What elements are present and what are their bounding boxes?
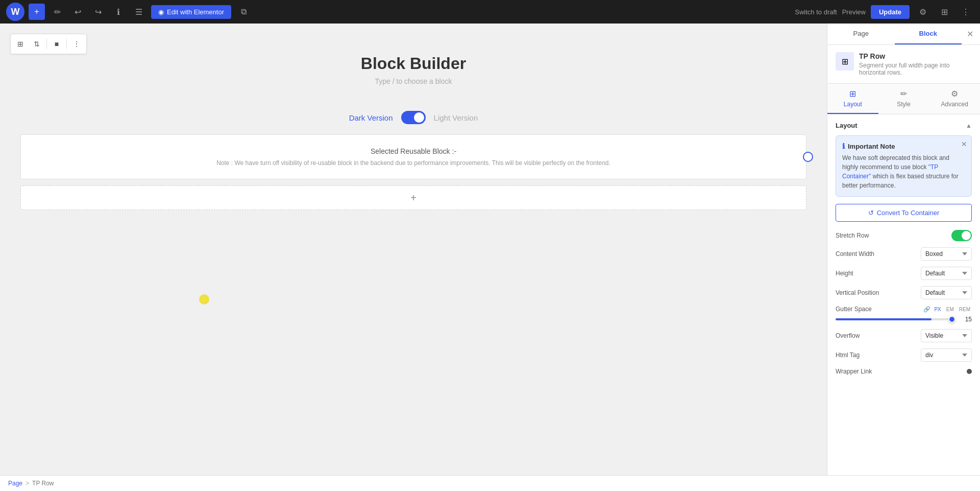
style-icon: ✏ bbox=[900, 89, 907, 99]
layout-section-header[interactable]: Layout ▲ bbox=[836, 122, 972, 129]
block-icon-symbol: ⊞ bbox=[842, 57, 848, 66]
add-block-button[interactable]: + bbox=[29, 4, 45, 20]
gutter-controls: 15 bbox=[836, 316, 972, 323]
gutter-slider-thumb[interactable] bbox=[948, 316, 955, 323]
panel-close-button[interactable]: ✕ bbox=[962, 26, 978, 42]
list-view-button[interactable]: ☰ bbox=[131, 4, 147, 20]
gutter-space-row: Gutter Space 🔗 PX EM REM 15 bbox=[836, 306, 972, 323]
edit-button[interactable]: ✏ bbox=[49, 4, 65, 20]
important-note: ℹ Important Note ✕ We have soft deprecat… bbox=[836, 135, 972, 197]
update-button[interactable]: Update bbox=[871, 5, 910, 19]
content-width-label: Content Width bbox=[836, 250, 874, 258]
overflow-label: Overflow bbox=[836, 332, 860, 339]
gutter-units: 🔗 PX EM REM bbox=[923, 306, 972, 313]
panel-header: Page Block ✕ bbox=[827, 24, 980, 45]
tab-page[interactable]: Page bbox=[827, 24, 895, 44]
add-block-area[interactable]: + bbox=[20, 185, 806, 210]
more-button[interactable]: ⋮ bbox=[958, 4, 974, 20]
sub-tab-advanced[interactable]: ⚙ Advanced bbox=[929, 84, 980, 114]
gutter-unit-rem[interactable]: REM bbox=[958, 306, 972, 313]
gutter-unit-px[interactable]: PX bbox=[933, 306, 942, 313]
dark-version-label: Dark Version bbox=[349, 113, 393, 122]
sub-tab-layout[interactable]: ⊞ Layout bbox=[827, 84, 878, 114]
content-width-row: Content Width Boxed bbox=[836, 247, 972, 261]
convert-label: Convert To Container bbox=[877, 209, 940, 217]
block-toolbar: ⊞ ⇅ ■ ⋮ bbox=[10, 34, 87, 54]
toggle-knob-stretch bbox=[962, 231, 971, 240]
gutter-value: 15 bbox=[960, 316, 972, 323]
preview-button[interactable]: Preview bbox=[842, 8, 866, 16]
chevron-up-icon: ▲ bbox=[966, 122, 972, 129]
note-header: ℹ Important Note bbox=[842, 142, 965, 150]
light-version-label: Light Version bbox=[434, 113, 478, 122]
topbar-right: Switch to draft Preview Update ⚙ ⊞ ⋮ bbox=[795, 4, 974, 20]
breadcrumb-separator: > bbox=[26, 480, 29, 487]
wrapper-link-row: Wrapper Link bbox=[836, 368, 972, 375]
wrapper-link-indicator bbox=[967, 369, 972, 374]
vertical-position-select[interactable]: Default bbox=[921, 286, 972, 299]
info-circle-icon: ℹ bbox=[842, 142, 845, 150]
page-title-area: Block Builder Type / to choose a block bbox=[20, 54, 806, 85]
height-label: Height bbox=[836, 270, 853, 277]
undo-button[interactable]: ↩ bbox=[69, 4, 86, 20]
convert-icon: ↺ bbox=[868, 209, 874, 217]
block-name: TP Row bbox=[859, 52, 972, 60]
layout-section: Layout ▲ ℹ Important Note ✕ We have soft… bbox=[827, 114, 980, 388]
toggle-knob bbox=[414, 112, 424, 123]
info-button[interactable]: ℹ bbox=[110, 4, 127, 20]
reusable-block: Selected Reusable Block :- Note : We hav… bbox=[20, 134, 806, 179]
vertical-position-row: Vertical Position Default bbox=[836, 286, 972, 299]
grid-view-button[interactable]: ⊞ bbox=[13, 36, 28, 52]
content-width-select[interactable]: Boxed bbox=[921, 247, 972, 261]
toolbar-divider bbox=[46, 39, 47, 49]
copy-button[interactable]: ⧉ bbox=[235, 4, 252, 20]
html-tag-label: Html Tag bbox=[836, 352, 860, 359]
stretch-row-row: Stretch Row bbox=[836, 230, 972, 241]
content-area: ⊞ ⇅ ■ ⋮ Block Builder Type / to choose a… bbox=[0, 24, 827, 475]
gutter-link-icon[interactable]: 🔗 bbox=[923, 306, 930, 313]
convert-to-container-button[interactable]: ↺ Convert To Container bbox=[836, 204, 972, 222]
overflow-row: Overflow Visible bbox=[836, 329, 972, 342]
wp-logo: W bbox=[6, 3, 24, 21]
block-info: ⊞ TP Row Segment your full width page in… bbox=[827, 45, 980, 84]
elementor-icon: ◉ bbox=[158, 8, 164, 16]
height-select[interactable]: Default bbox=[921, 267, 972, 280]
more-options-button[interactable]: ⋮ bbox=[69, 36, 84, 52]
block-description: Segment your full width page into horizo… bbox=[859, 62, 972, 76]
sub-tab-style[interactable]: ✏ Style bbox=[878, 84, 929, 114]
block-info-text: TP Row Segment your full width page into… bbox=[859, 52, 972, 76]
gutter-space-label: Gutter Space bbox=[836, 306, 872, 313]
advanced-icon: ⚙ bbox=[951, 89, 958, 99]
sub-tabs: ⊞ Layout ✏ Style ⚙ Advanced bbox=[827, 84, 980, 114]
gutter-slider-fill bbox=[836, 318, 932, 320]
switch-draft-button[interactable]: Switch to draft bbox=[795, 8, 837, 16]
overflow-select[interactable]: Visible bbox=[921, 329, 972, 342]
page-title: Block Builder bbox=[20, 54, 806, 73]
note-close-button[interactable]: ✕ bbox=[961, 140, 967, 148]
up-down-button[interactable]: ⇅ bbox=[29, 36, 44, 52]
gutter-slider[interactable] bbox=[836, 318, 955, 320]
gear-button[interactable]: ⚙ bbox=[915, 4, 931, 20]
note-text: We have soft deprecated this block and h… bbox=[842, 153, 965, 190]
redo-button[interactable]: ↪ bbox=[90, 4, 106, 20]
right-panel: Page Block ✕ ⊞ TP Row Segment your full … bbox=[827, 24, 980, 475]
version-toggle[interactable] bbox=[401, 111, 426, 124]
layout-icon: ⊞ bbox=[849, 89, 856, 99]
breadcrumb: Page > TP Row bbox=[0, 475, 980, 491]
add-block-icon: + bbox=[410, 192, 416, 204]
layout-section-title: Layout bbox=[836, 122, 857, 129]
reusable-block-title: Selected Reusable Block :- bbox=[33, 147, 794, 155]
topbar: W + ✏ ↩ ↪ ℹ ☰ ◉ Edit with Elementor ⧉ Sw… bbox=[0, 0, 980, 24]
reusable-block-handle[interactable] bbox=[803, 152, 813, 162]
breadcrumb-current: TP Row bbox=[32, 480, 54, 487]
block-style-button[interactable]: ■ bbox=[49, 36, 64, 52]
breadcrumb-page[interactable]: Page bbox=[8, 480, 22, 487]
edit-with-elementor-button[interactable]: ◉ Edit with Elementor bbox=[151, 5, 231, 19]
gutter-unit-em[interactable]: EM bbox=[945, 306, 955, 313]
reusable-block-note: Note : We have turn off visibility of re… bbox=[33, 159, 794, 167]
html-tag-select[interactable]: div bbox=[921, 348, 972, 362]
tab-block[interactable]: Block bbox=[895, 24, 962, 44]
grid-button[interactable]: ⊞ bbox=[936, 4, 952, 20]
note-title: Important Note bbox=[848, 143, 895, 150]
stretch-row-toggle[interactable] bbox=[951, 230, 972, 241]
